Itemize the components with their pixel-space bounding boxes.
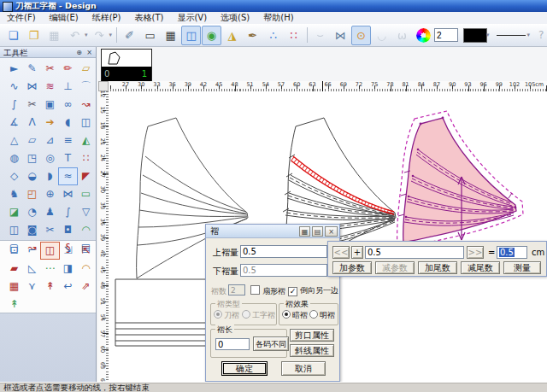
undo-button[interactable]: ↶: [65, 26, 85, 45]
lower-pleat-input[interactable]: [240, 264, 327, 277]
triangle-tool[interactable]: △: [4, 132, 24, 149]
green-piece-tool[interactable]: ◪: [4, 203, 24, 221]
close-icon[interactable]: ×: [325, 226, 338, 237]
dart-tool[interactable]: ◤: [76, 167, 96, 185]
move-structure-button[interactable]: ∴: [263, 26, 283, 45]
color-points-button[interactable]: ∷: [284, 26, 303, 45]
visible-pleat-radio[interactable]: 明褶: [309, 310, 335, 321]
menu-item-4[interactable]: 表格(T): [128, 12, 171, 24]
node-frame-tool[interactable]: ⊡: [4, 242, 24, 260]
flip-side-checkbox-box[interactable]: ✓: [288, 287, 297, 296]
join-tool[interactable]: ⋈: [58, 185, 78, 203]
sub-param-button[interactable]: 减参数: [375, 261, 415, 274]
link-nodes-button[interactable]: ⋈: [331, 26, 350, 45]
wave-box-tool[interactable]: ≈: [58, 167, 78, 185]
measure-pen-button[interactable]: ✐: [120, 26, 139, 45]
arc-tool[interactable]: ⌒: [76, 78, 96, 96]
node-distance-button[interactable]: ⊙: [351, 26, 371, 45]
spiral-tool[interactable]: ◎: [40, 149, 60, 167]
sub-tail-button[interactable]: 减尾数: [461, 261, 500, 274]
camera-tool[interactable]: ▣: [40, 96, 60, 114]
spline-tool[interactable]: ∫: [4, 96, 24, 114]
hill-tool[interactable]: ◭: [76, 132, 96, 149]
twin-shape-tool[interactable]: ◳: [22, 149, 42, 167]
save-button[interactable]: ▦: [44, 26, 64, 45]
hook-back-tool[interactable]: ↩: [58, 278, 78, 295]
ok-button[interactable]: 确定: [221, 361, 268, 376]
dot-line-tool[interactable]: ∷: [76, 149, 96, 167]
layout-tool[interactable]: ◫: [76, 114, 96, 132]
rainbow-tool[interactable]: ◠: [76, 260, 96, 278]
shoe-tool[interactable]: ∫: [58, 203, 78, 221]
piece-arrow-tool[interactable]: ⇲: [58, 242, 78, 260]
brush-button[interactable]: ✒: [243, 26, 262, 45]
context-help-icon[interactable]: ?: [538, 29, 544, 41]
cup-tool[interactable]: ◒: [22, 167, 42, 185]
parallel-tool[interactable]: ≡: [58, 132, 78, 149]
pencil-tool[interactable]: ✏: [58, 60, 78, 78]
knife-pleat-radio[interactable]: 刀褶: [214, 310, 239, 321]
menu-item-6[interactable]: 选项(S): [214, 12, 256, 24]
keyboard-icon[interactable]: ▤: [312, 226, 323, 237]
bottle-tool[interactable]: ◍: [4, 149, 24, 167]
calc-result-field[interactable]: 0.5: [497, 246, 527, 259]
menu-item-1[interactable]: 文件(F): [0, 12, 43, 24]
protractor-tool[interactable]: ◖: [58, 114, 78, 132]
redo-button-dropdown-icon[interactable]: ▾: [109, 32, 113, 38]
hand-tool[interactable]: ➔: [40, 114, 60, 132]
box-pleat-radio[interactable]: 工字褶: [242, 310, 275, 321]
shape-cut-tool[interactable]: ▰: [4, 260, 24, 278]
per-size-button[interactable]: 各码不同: [253, 336, 289, 351]
bucket-tool[interactable]: ◰: [22, 185, 42, 203]
point-edit-tool[interactable]: ✎: [22, 60, 42, 78]
shirt-tool[interactable]: ◘: [58, 221, 78, 239]
color-dropdown-icon[interactable]: ▾: [486, 32, 490, 38]
grid-button[interactable]: ▦: [161, 26, 180, 45]
text-tool[interactable]: T: [58, 149, 78, 167]
pleat-tool[interactable]: ≋: [40, 78, 60, 96]
new-document-button[interactable]: ❏: [3, 26, 23, 45]
compare-tool[interactable]: ∞: [58, 96, 78, 114]
curve-cut-tool[interactable]: ✂: [40, 60, 60, 78]
k-line-tool[interactable]: ⇗: [76, 278, 96, 295]
fan-pleat-checkbox[interactable]: 扇形褶: [250, 285, 285, 297]
measure-point-tool[interactable]: ⊥: [58, 78, 78, 96]
sketch-tool[interactable]: ↝: [76, 96, 96, 114]
add-param-button[interactable]: 加参数: [332, 261, 372, 274]
menu-item-3[interactable]: 纸样(P): [85, 12, 128, 24]
node-adjust-tool[interactable]: ⋈: [22, 78, 42, 96]
eraser-tool[interactable]: ▱: [76, 60, 96, 78]
redo-button[interactable]: ↷: [90, 26, 109, 45]
calculator-icon[interactable]: ▦: [299, 226, 310, 237]
curve-w-button[interactable]: ω: [392, 26, 412, 45]
piece-flip-tool[interactable]: ⇱: [76, 242, 96, 260]
open-file-button[interactable]: ❐: [24, 26, 44, 45]
hidden-pleat-radio[interactable]: 暗褶: [282, 310, 308, 321]
calc-plus-button[interactable]: +: [351, 246, 363, 259]
color-3d-button[interactable]: ◮: [222, 26, 242, 45]
case-tool[interactable]: ▭: [76, 185, 96, 203]
menu-item-7[interactable]: 帮助(H): [256, 12, 300, 24]
button-tool[interactable]: ⊕: [40, 185, 60, 203]
sew-tool[interactable]: ✂: [40, 221, 60, 239]
dotted-tool[interactable]: ⋯: [40, 260, 60, 278]
figure-tool[interactable]: ♟: [40, 203, 60, 221]
select-tool[interactable]: ►: [4, 60, 24, 78]
beach-tool[interactable]: ◠: [76, 221, 96, 239]
insert-pleat-tool[interactable]: ◫: [40, 242, 60, 260]
add-tail-button[interactable]: 加尾数: [418, 261, 457, 274]
color-wheel-icon[interactable]: [416, 28, 431, 43]
flip-side-checkbox[interactable]: ✓倒向另一边: [288, 285, 338, 296]
fork-tool[interactable]: ⋎: [22, 278, 42, 295]
angle-tool[interactable]: ∡: [4, 114, 24, 132]
dress-tool[interactable]: ▽: [76, 203, 96, 221]
measure-button[interactable]: 测量: [503, 261, 541, 274]
line-style-selector[interactable]: [497, 35, 526, 36]
calc-back-button[interactable]: <<: [332, 246, 350, 259]
corner-move-tool[interactable]: ⌐: [22, 242, 42, 260]
undo-button-dropdown-icon[interactable]: ▾: [85, 32, 88, 38]
fold-tool[interactable]: ⊿: [40, 132, 60, 149]
pleat-count-input[interactable]: [228, 284, 245, 295]
pleat-length-input[interactable]: [215, 338, 250, 350]
iron-tool[interactable]: ◙: [22, 221, 42, 239]
